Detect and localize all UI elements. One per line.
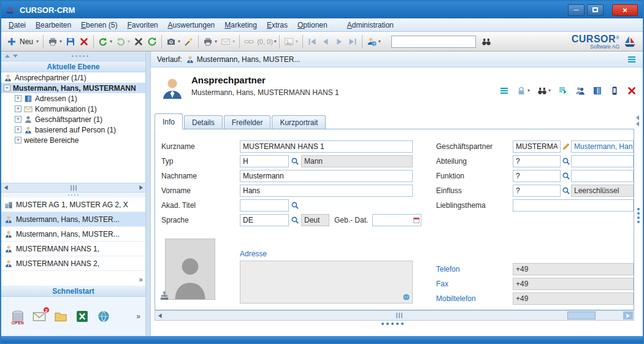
print-list-button[interactable]: ▾ bbox=[201, 35, 219, 48]
search-button[interactable] bbox=[480, 35, 493, 48]
einfluss-lookup-button[interactable] bbox=[562, 186, 571, 196]
lock-button[interactable] bbox=[516, 86, 526, 96]
geschaeftspartner-edit-button[interactable] bbox=[562, 142, 571, 151]
vertical-splitter[interactable] bbox=[146, 52, 151, 336]
kurzname-input[interactable] bbox=[240, 140, 413, 153]
menu-item-administration[interactable]: Administration bbox=[342, 19, 399, 31]
calendar-icon[interactable] bbox=[413, 216, 420, 224]
scroll-left-icon[interactable] bbox=[155, 312, 164, 320]
nachname-input[interactable] bbox=[240, 170, 413, 182]
tree-item-mustermann[interactable]: Mustermann, Hans, MUSTERMANN bbox=[1, 83, 145, 93]
tree-item-geschaeftspartner[interactable]: Geschäftspartner (1) bbox=[1, 114, 145, 124]
quickstart-mail-button[interactable]: 2 bbox=[33, 310, 46, 323]
scrollbar-grip[interactable] bbox=[71, 185, 77, 191]
list-item[interactable]: MUSTERMANN HANS 2, bbox=[1, 256, 145, 271]
scroll-down-icon[interactable] bbox=[13, 55, 18, 58]
save-button[interactable] bbox=[64, 35, 77, 48]
expand-icon[interactable] bbox=[15, 116, 21, 123]
splitter-grip-icon[interactable] bbox=[637, 208, 640, 223]
tab-info[interactable]: Info bbox=[155, 113, 183, 129]
maximize-button[interactable] bbox=[587, 4, 604, 16]
splitter-handle-icon[interactable] bbox=[1, 193, 145, 197]
quickstart-excel-button[interactable] bbox=[75, 310, 89, 323]
quickstart-open-database-button[interactable]: OPEN bbox=[11, 310, 25, 323]
tree-horizontal-scrollbar[interactable] bbox=[1, 183, 145, 193]
adresse-link[interactable]: Adresse bbox=[240, 250, 267, 258]
typ-lookup-button[interactable] bbox=[291, 156, 300, 166]
snapshot-button[interactable]: ▾ bbox=[164, 35, 182, 48]
list-item[interactable]: MUSTERMANN HANS 1, bbox=[1, 242, 145, 256]
cancel-button[interactable] bbox=[132, 35, 145, 48]
tree-item-adressen[interactable]: Adressen (1) bbox=[1, 93, 145, 104]
record-menu-button[interactable] bbox=[499, 86, 509, 96]
menu-item-datei[interactable]: Datei bbox=[4, 19, 31, 31]
menu-item-auswertungen[interactable]: Auswertungen bbox=[163, 19, 220, 31]
phone-button[interactable] bbox=[610, 86, 619, 96]
scroll-right-icon[interactable] bbox=[136, 183, 145, 192]
sprache-lookup-button[interactable] bbox=[291, 215, 300, 225]
close-record-button[interactable] bbox=[627, 86, 637, 96]
menu-item-marketing[interactable]: Marketing bbox=[220, 19, 262, 31]
panel-splitter-handle[interactable] bbox=[151, 323, 634, 325]
tree-item-basierend-auf-person[interactable]: basierend auf Person (1) bbox=[1, 124, 145, 135]
scroll-up-icon[interactable] bbox=[5, 55, 10, 58]
expand-icon[interactable] bbox=[15, 137, 21, 143]
minimize-button[interactable]: ─ bbox=[568, 4, 585, 16]
refresh-button[interactable] bbox=[145, 35, 159, 48]
menu-item-favoriten[interactable]: Favoriten bbox=[122, 19, 163, 31]
export-button[interactable] bbox=[558, 86, 568, 96]
geschaeftspartner-input[interactable] bbox=[513, 140, 561, 153]
nav-first-button[interactable] bbox=[305, 35, 319, 48]
wizard-button[interactable] bbox=[182, 35, 196, 48]
collapse-expander-icon[interactable] bbox=[4, 85, 10, 91]
scroll-left-icon[interactable] bbox=[1, 183, 10, 192]
vorname-input[interactable] bbox=[240, 185, 413, 197]
funktion-lookup-button[interactable] bbox=[562, 171, 571, 181]
list-item[interactable]: MUSTER AG 1, MUSTER AG 2, X bbox=[1, 197, 145, 212]
drag-handle-icon[interactable] bbox=[72, 55, 88, 57]
tree-item-weitere-bereiche[interactable]: weitere Bereiche bbox=[1, 135, 145, 145]
geschaeftspartner-link-field[interactable]: Mustermann, Han bbox=[571, 140, 634, 153]
akad-titel-lookup-button[interactable] bbox=[291, 201, 300, 210]
print-button[interactable]: ▾ bbox=[46, 35, 64, 48]
nav-last-button[interactable] bbox=[346, 35, 359, 48]
main-horizontal-scrollbar[interactable] bbox=[155, 310, 634, 321]
send-mail-button[interactable]: ▾ bbox=[219, 35, 237, 48]
tab-kurzportrait[interactable]: Kurzportrait bbox=[272, 115, 326, 129]
list-more-button[interactable]: » bbox=[139, 276, 143, 283]
abteilung-input[interactable] bbox=[513, 155, 561, 167]
contacts-button[interactable] bbox=[575, 86, 585, 96]
sprache-input[interactable] bbox=[240, 214, 289, 226]
right-collapse-strip[interactable] bbox=[634, 113, 643, 310]
redo-button[interactable]: ▾ bbox=[114, 35, 132, 48]
record-search-button[interactable] bbox=[537, 86, 547, 96]
toolbar-search-input[interactable] bbox=[391, 36, 476, 48]
link-button[interactable] bbox=[242, 35, 256, 48]
quickstart-more-button[interactable]: » bbox=[136, 313, 140, 320]
mobiltelefon-label[interactable]: Mobiltelefon bbox=[436, 294, 476, 303]
akad-titel-input[interactable] bbox=[240, 199, 289, 212]
undo-button[interactable]: ▾ bbox=[96, 35, 114, 48]
fax-label[interactable]: Fax bbox=[436, 280, 448, 288]
global-search-button[interactable]: ▾ bbox=[365, 35, 383, 48]
close-button[interactable]: × bbox=[612, 4, 638, 16]
delete-button[interactable] bbox=[77, 35, 91, 48]
tab-details[interactable]: Details bbox=[184, 115, 223, 129]
scrollbar-grip[interactable] bbox=[396, 313, 402, 318]
nav-next-button[interactable] bbox=[332, 35, 346, 48]
tab-freifelder[interactable]: Freifelder bbox=[224, 115, 271, 129]
abteilung-lookup-button[interactable] bbox=[562, 156, 571, 166]
expand-icon[interactable] bbox=[15, 105, 21, 112]
list-item[interactable]: Mustermann, Hans, MUSTER... bbox=[1, 212, 145, 227]
menu-item-hilfe[interactable] bbox=[332, 23, 342, 27]
lieblingsthema-input[interactable] bbox=[513, 199, 634, 212]
quickstart-web-button[interactable] bbox=[97, 310, 110, 323]
image-button[interactable]: ▾ bbox=[282, 35, 300, 48]
new-button[interactable]: Neu ▾ bbox=[5, 35, 40, 48]
collapse-left-icon[interactable] bbox=[636, 115, 639, 126]
expand-icon[interactable] bbox=[15, 95, 21, 102]
menu-item-extras[interactable]: Extras bbox=[262, 19, 293, 31]
scrollbar-thumb[interactable] bbox=[567, 312, 596, 319]
tree-item-ansprechpartner[interactable]: Ansprechpartner (1/1) bbox=[1, 72, 145, 83]
geschaeftspartner-link[interactable]: Mustermann, Han bbox=[574, 142, 632, 151]
